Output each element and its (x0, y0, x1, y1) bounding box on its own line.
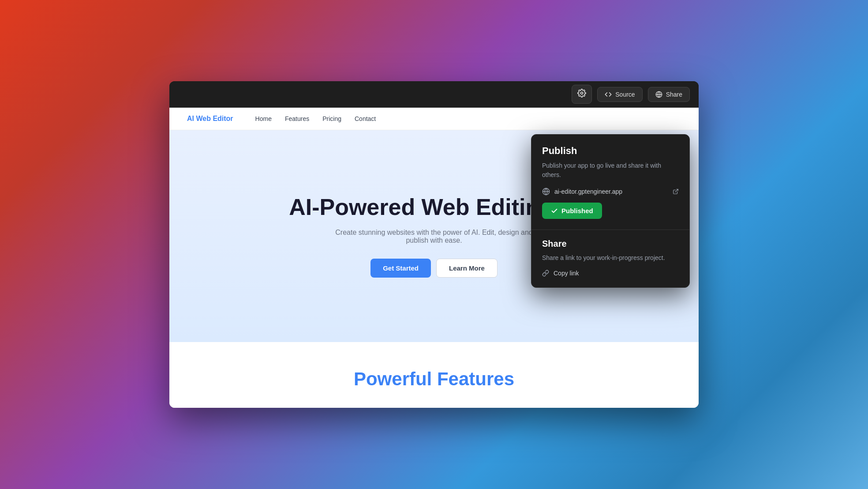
nav-features[interactable]: Features (285, 115, 309, 122)
features-title: Powerful Features (187, 369, 681, 390)
hero-title-text: AI-Powered Web Editing (289, 194, 560, 220)
svg-line-5 (675, 189, 678, 192)
hero-subtitle: Create stunning websites with the power … (324, 229, 544, 244)
checkmark-icon (551, 207, 558, 214)
nav-pricing[interactable]: Pricing (322, 115, 341, 122)
publish-panel: Publish Publish your app to go live and … (531, 134, 690, 288)
features-section: Powerful Features (169, 342, 699, 408)
copy-link-row[interactable]: Copy link (542, 270, 679, 277)
share-button[interactable]: Share (648, 87, 690, 102)
url-row: ai-editor.gptengineer.app (542, 188, 679, 196)
site-url: ai-editor.gptengineer.app (554, 188, 668, 195)
source-label: Source (615, 91, 635, 98)
site-logo: AI Web Editor (187, 115, 233, 123)
code-icon (605, 91, 612, 98)
browser-window: Source Share AI Web Editor Home Features… (169, 81, 699, 408)
site-nav: AI Web Editor Home Features Pricing Cont… (169, 108, 699, 130)
nav-contact[interactable]: Contact (355, 115, 376, 122)
get-started-button[interactable]: Get Started (370, 259, 431, 278)
toolbar: Source Share (169, 81, 699, 108)
svg-point-0 (581, 92, 583, 94)
share-title: Share (542, 239, 679, 249)
gear-icon (577, 89, 586, 98)
url-globe-icon (542, 188, 550, 196)
publish-title: Publish (542, 145, 679, 157)
copy-icon (542, 270, 549, 277)
publish-desc: Publish your app to go live and share it… (542, 161, 679, 180)
share-desc: Share a link to your work-in-progress pr… (542, 253, 679, 263)
hero-buttons: Get Started Learn More (370, 259, 498, 278)
published-label: Published (561, 207, 593, 214)
globe-icon (655, 91, 662, 98)
divider (531, 229, 689, 230)
published-button[interactable]: Published (542, 203, 602, 219)
learn-more-button[interactable]: Learn More (436, 259, 498, 278)
copy-link-label: Copy link (554, 270, 579, 277)
share-label: Share (666, 91, 682, 98)
external-link-icon[interactable] (673, 188, 679, 195)
preview-area: AI Web Editor Home Features Pricing Cont… (169, 108, 699, 408)
gear-button[interactable] (572, 85, 592, 104)
source-button[interactable]: Source (597, 87, 642, 102)
nav-home[interactable]: Home (255, 115, 272, 122)
